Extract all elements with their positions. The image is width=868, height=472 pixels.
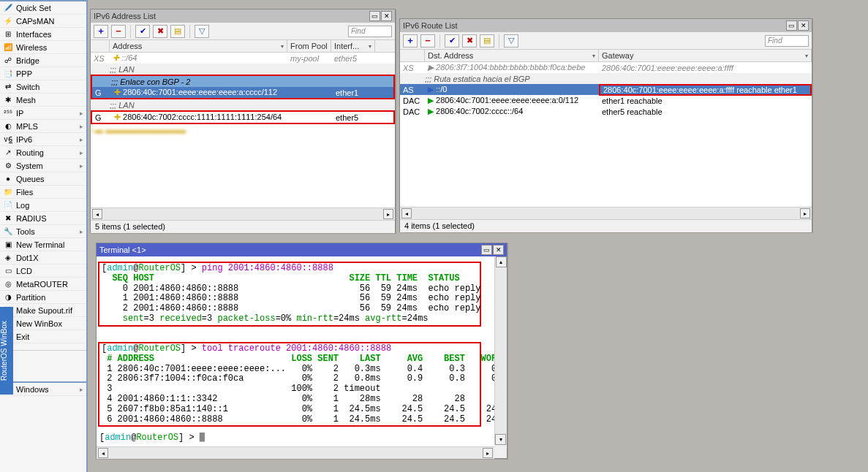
- col-from-pool[interactable]: From Pool: [287, 40, 331, 52]
- enable-button[interactable]: ✔: [445, 34, 459, 47]
- minimize-button[interactable]: ▭: [481, 245, 492, 255]
- col-address[interactable]: Address▾: [110, 40, 287, 52]
- close-button[interactable]: ✕: [381, 11, 392, 21]
- chevron-right-icon: ▸: [80, 136, 83, 143]
- table-row-comment[interactable]: ;;; LAN: [91, 64, 395, 75]
- sidebar-item-log[interactable]: 📄Log: [0, 199, 86, 212]
- remove-button[interactable]: −: [420, 34, 435, 47]
- horizontal-scrollbar[interactable]: ◂▸: [91, 208, 395, 220]
- table-row[interactable]: G ✚ 2806:40c:7002:cccc:1111:1111:1111:25…: [92, 112, 393, 123]
- filter-button[interactable]: ▽: [195, 25, 209, 38]
- sidebar-item-interfaces[interactable]: ⊞Interfaces: [0, 28, 86, 41]
- lcd-icon: ▭: [3, 266, 13, 276]
- col-gateway[interactable]: Gateway▾: [599, 50, 812, 61]
- sidebar-item-tools[interactable]: 🔧Tools▸: [0, 225, 86, 238]
- table-row[interactable]: AS ▶ ::/0 2806:40c:7001:eeee:eeee:eeee:a…: [400, 84, 812, 95]
- scroll-left-icon[interactable]: ◂: [98, 448, 108, 458]
- remove-button[interactable]: −: [111, 25, 126, 38]
- minimize-button[interactable]: ▭: [786, 20, 797, 31]
- table-row-comment[interactable]: ;;; Enlace con BGP - 2: [92, 76, 393, 87]
- terminal-line: 2 2001:4860:4860::8888 56 59 24ms echo r…: [102, 303, 480, 313]
- horizontal-scrollbar[interactable]: ◂▸: [97, 446, 494, 459]
- vertical-scrollbar[interactable]: ▴ ▾: [494, 256, 507, 445]
- radius-icon: ✖: [3, 213, 13, 224]
- sidebar-item-label: Exit: [16, 332, 29, 341]
- sidebar-item-radius[interactable]: ✖RADIUS: [0, 212, 86, 225]
- sidebar-item-metarouter[interactable]: ◎MetaROUTER: [0, 278, 86, 291]
- sidebar-item-wireless[interactable]: 📶Wireless: [0, 41, 86, 54]
- sidebar-item-mesh[interactable]: ✱Mesh: [0, 94, 86, 107]
- comment-button[interactable]: ▤: [480, 34, 494, 47]
- scroll-left-icon[interactable]: ◂: [92, 209, 102, 219]
- table-row[interactable]: G ✚ 2806:40c:7001:eeee:eeee:eeee:a:cccc/…: [92, 87, 393, 98]
- disable-button[interactable]: ✖: [153, 25, 167, 38]
- sidebar-item-queues[interactable]: ●Queues: [0, 172, 86, 186]
- sidebar-item-partition[interactable]: ◑Partition: [0, 291, 86, 304]
- toolbar: + − ✔ ✖ ▤ ▽ Find: [400, 32, 812, 50]
- toolbar: + − ✔ ✖ ▤ ▽ Find: [91, 23, 395, 40]
- sidebar-item-quickset[interactable]: 🖊️Quick Set: [0, 1, 86, 15]
- sidebar: 🖊️Quick Set ⚡CAPsMAN ⊞Interfaces 📶Wirele…: [0, 0, 88, 472]
- close-button[interactable]: ✕: [493, 245, 504, 255]
- sidebar-item-dot1x[interactable]: ◈Dot1X: [0, 251, 86, 264]
- close-button[interactable]: ✕: [798, 20, 809, 31]
- sidebar-item-mpls[interactable]: ◐MPLS▸: [0, 120, 86, 133]
- table-row-comment[interactable]: ;;; Ruta estatica hacia el BGP: [400, 73, 812, 84]
- add-button[interactable]: +: [403, 34, 418, 47]
- highlight-box: G ✚ 2806:40c:7002:cccc:1111:1111:1111:25…: [91, 110, 395, 124]
- scroll-down-icon[interactable]: ▾: [495, 434, 506, 445]
- sidebar-item-ppp[interactable]: 📑PPP: [0, 67, 86, 80]
- highlight-box: [admin@RouterOS] > tool traceroute 2001:…: [98, 342, 481, 427]
- horizontal-scrollbar[interactable]: ◂▸: [400, 207, 812, 219]
- disable-button[interactable]: ✖: [462, 34, 477, 47]
- window-titlebar[interactable]: IPv6 Route List ▭ ✕: [400, 19, 812, 32]
- sidebar-item-routing[interactable]: ↗Routing▸: [0, 146, 86, 159]
- terminal-line: 1 2806:40c:7001:eeee:eeee:eeee:... 0% 2 …: [102, 364, 494, 374]
- terminal-prompt: [admin@RouterOS] > █: [99, 433, 205, 444]
- enable-button[interactable]: ✔: [135, 25, 150, 38]
- sidebar-item-switch[interactable]: ⇄Switch: [0, 80, 86, 94]
- status-bar: 5 items (1 selected): [91, 220, 395, 233]
- col-dst-address[interactable]: Dst. Address▾: [425, 50, 599, 61]
- scroll-left-icon[interactable]: ◂: [401, 208, 412, 218]
- terminal-content[interactable]: [admin@RouterOS] > ping 2001:4860:4860::…: [97, 256, 494, 446]
- address-icon: ✚: [113, 53, 119, 62]
- add-button[interactable]: +: [94, 25, 108, 38]
- table-row[interactable]: DAC ▶ 2806:40c:7002:cccc::/64 ether5 rea…: [400, 106, 812, 117]
- route-icon: ▶: [428, 96, 434, 104]
- status-bar: 4 items (1 selected): [400, 219, 812, 232]
- folder-icon: 📁: [3, 187, 13, 197]
- scroll-right-icon[interactable]: ▸: [483, 448, 493, 458]
- scroll-up-icon[interactable]: ▴: [496, 256, 507, 267]
- table-row[interactable]: DAC ▶ 2806:40c:7001:eeee:eeee:eeee:a:0/1…: [400, 95, 812, 106]
- find-input[interactable]: Find: [765, 35, 809, 47]
- terminal-line: 5 2607:f8b0:85a1:140::1 0% 1 24.5ms 24.5…: [102, 404, 494, 414]
- table-row[interactable]: XS ✚ ::/64 my-pool ether5: [91, 53, 395, 64]
- chevron-right-icon: ▸: [80, 110, 83, 117]
- filter-button[interactable]: ▽: [504, 34, 518, 47]
- find-input[interactable]: Find: [348, 26, 392, 37]
- table-row[interactable]: XS ▶ 2806:3f7:1004:bbbb:bbbb:bbbb:f0ca:b…: [400, 62, 812, 73]
- minimize-button[interactable]: ▭: [369, 11, 380, 21]
- sidebar-item-label: MPLS: [16, 122, 38, 131]
- sidebar-item-ip[interactable]: ²⁵⁵IP▸: [0, 107, 86, 120]
- sidebar-item-label: Mesh: [16, 96, 36, 104]
- sidebar-item-capsman[interactable]: ⚡CAPsMAN: [0, 15, 86, 28]
- sidebar-item-bridge[interactable]: ☍Bridge: [0, 54, 86, 67]
- scroll-right-icon[interactable]: ▸: [383, 209, 393, 219]
- col-interface[interactable]: Interf...▾: [331, 40, 375, 52]
- sidebar-item-new-terminal[interactable]: ▣New Terminal: [0, 238, 86, 251]
- sidebar-item-label: CAPsMAN: [16, 17, 55, 26]
- sidebar-item-system[interactable]: ⚙System▸: [0, 159, 86, 172]
- comment-button[interactable]: ▤: [170, 25, 185, 38]
- scroll-right-icon[interactable]: ▸: [800, 208, 810, 218]
- sidebar-item-files[interactable]: 📁Files: [0, 186, 86, 199]
- route-icon: ▶: [428, 107, 434, 115]
- sidebar-item-label: Partition: [16, 293, 45, 302]
- terminal-line: 6 2001:4860:4860::8888 0% 1 24.5ms 24.5 …: [102, 414, 494, 425]
- window-titlebar[interactable]: IPv6 Address List ▭ ✕: [91, 9, 395, 23]
- sidebar-item-lcd[interactable]: ▭LCD: [0, 264, 86, 278]
- window-titlebar[interactable]: Terminal <1> ▭ ✕: [97, 243, 507, 256]
- sidebar-item-ipv6[interactable]: v6̲IPv6▸: [0, 133, 86, 146]
- table-row-comment[interactable]: ;;; LAN: [91, 99, 395, 110]
